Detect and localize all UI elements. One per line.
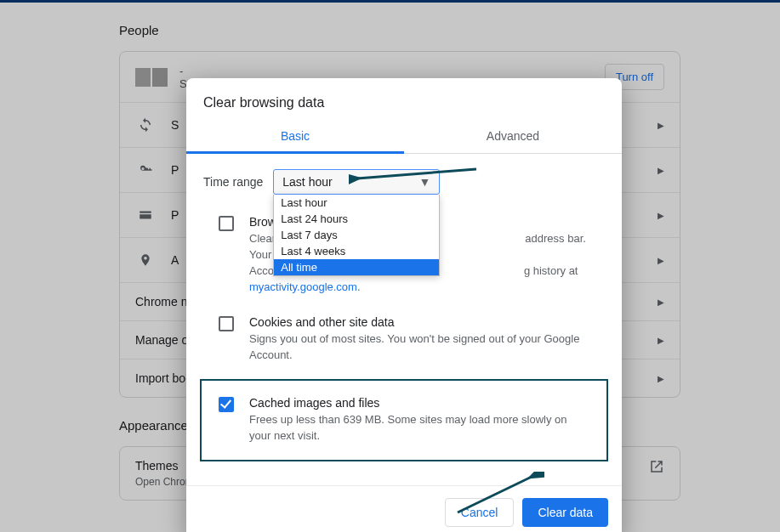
annotation-arrow-1: [349, 166, 485, 184]
cookies-desc: Signs you out of most sites. You won't b…: [249, 331, 605, 364]
dd-last-hour[interactable]: Last hour: [274, 195, 439, 211]
clear-browsing-data-dialog: Clear browsing data Basic Advanced Time …: [186, 78, 622, 532]
svg-line-0: [357, 169, 476, 178]
svg-line-1: [458, 477, 532, 512]
cookies-checkbox[interactable]: [219, 316, 234, 331]
cache-title: Cached images and files: [249, 396, 591, 410]
tab-advanced[interactable]: Advanced: [404, 119, 622, 153]
browsing-history-checkbox[interactable]: [219, 216, 234, 231]
time-range-value: Last hour: [282, 175, 332, 189]
time-range-dropdown: Last hour Last 24 hours Last 7 days Last…: [273, 195, 440, 276]
cache-text: Cached images and files Frees up less th…: [249, 396, 591, 444]
time-range-label: Time range: [203, 175, 263, 189]
dd-all-time[interactable]: All time: [274, 259, 439, 275]
dialog-body: Time range Last hour ▼ Last hour Last 24…: [186, 154, 622, 475]
cache-option: Cached images and files Frees up less th…: [219, 396, 591, 444]
myactivity-link[interactable]: myactivity.google.com: [249, 280, 357, 293]
cache-desc: Frees up less than 639 MB. Some sites ma…: [249, 412, 591, 444]
tab-basic[interactable]: Basic: [186, 119, 404, 153]
dd-last-7d[interactable]: Last 7 days: [274, 227, 439, 243]
cache-checkbox[interactable]: [219, 397, 234, 412]
dd-last-4w[interactable]: Last 4 weeks: [274, 243, 439, 259]
cache-option-highlight: Cached images and files Frees up less th…: [200, 379, 608, 461]
cookies-text: Cookies and other site data Signs you ou…: [249, 315, 605, 364]
dialog-footer: Cancel Clear data: [186, 485, 622, 532]
dd-last-24h[interactable]: Last 24 hours: [274, 211, 439, 227]
annotation-arrow-2: [451, 472, 544, 516]
dialog-title: Clear browsing data: [186, 78, 622, 119]
dialog-tabs: Basic Advanced: [186, 119, 622, 154]
cookies-title: Cookies and other site data: [249, 315, 605, 329]
cookies-option: Cookies and other site data Signs you ou…: [203, 310, 605, 379]
